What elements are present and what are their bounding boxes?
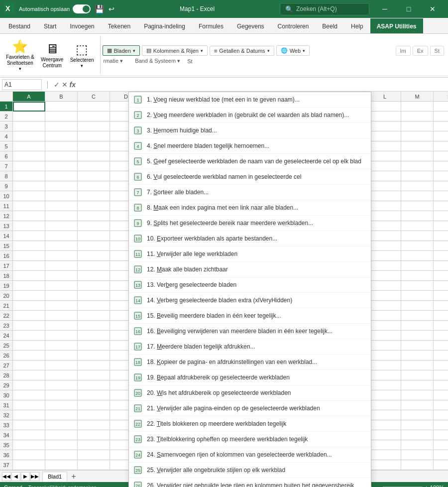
cell-31-12[interactable] bbox=[401, 400, 434, 410]
cell-28-1[interactable] bbox=[45, 370, 78, 380]
cell-31-13[interactable] bbox=[434, 400, 448, 410]
row-header-13[interactable]: 13 bbox=[0, 221, 12, 231]
cell-20-2[interactable] bbox=[78, 291, 110, 301]
cell-29-12[interactable] bbox=[401, 380, 434, 390]
cell-12-11[interactable] bbox=[369, 211, 401, 221]
cell-4-11[interactable] bbox=[369, 131, 401, 141]
cell-30-13[interactable] bbox=[434, 390, 448, 400]
cell-28-0[interactable] bbox=[13, 370, 45, 380]
cell-20-0[interactable] bbox=[13, 291, 45, 301]
row-header-11[interactable]: 11 bbox=[0, 201, 12, 211]
row-header-29[interactable]: 29 bbox=[0, 380, 12, 390]
row-header-1[interactable]: 1 bbox=[0, 102, 12, 112]
cell-8-13[interactable] bbox=[434, 171, 448, 181]
row-header-27[interactable]: 27 bbox=[0, 361, 12, 370]
cell-35-12[interactable] bbox=[401, 440, 434, 450]
cell-29-11[interactable] bbox=[369, 380, 401, 390]
row-header-4[interactable]: 4 bbox=[0, 131, 12, 141]
cell-11-2[interactable] bbox=[78, 201, 110, 211]
row-header-16[interactable]: 16 bbox=[0, 251, 12, 261]
row-header-37[interactable]: 37 bbox=[0, 460, 12, 470]
col-header-a[interactable]: A bbox=[13, 92, 45, 101]
cell-5-11[interactable] bbox=[369, 141, 401, 151]
menu-item-11[interactable]: 11 11. Verwijder alle lege werkbladen bbox=[129, 246, 371, 262]
cell-29-0[interactable] bbox=[13, 380, 45, 390]
cell-25-12[interactable] bbox=[401, 341, 434, 351]
cell-34-0[interactable] bbox=[13, 430, 45, 440]
tab-pagina-indeling[interactable]: Pagina-indeling bbox=[137, 18, 192, 33]
cell-9-1[interactable] bbox=[45, 181, 78, 191]
menu-item-18[interactable]: 18 18. Kopieer de pagina- en afdrukinste… bbox=[129, 355, 371, 370]
cell-16-0[interactable] bbox=[13, 251, 45, 261]
row-header-21[interactable]: 21 bbox=[0, 301, 12, 311]
cell-5-2[interactable] bbox=[78, 141, 110, 151]
cell-20-1[interactable] bbox=[45, 291, 78, 301]
cell-10-0[interactable] bbox=[13, 191, 45, 201]
row-header-28[interactable]: 28 bbox=[0, 370, 12, 380]
menu-item-24[interactable]: 24 24. Samenvoegen rijen of kolommen van… bbox=[129, 447, 371, 463]
menu-item-22[interactable]: 22 22. Titels blokkeren op meerdere werk… bbox=[129, 416, 371, 432]
cell-32-0[interactable] bbox=[13, 410, 45, 420]
tab-formules[interactable]: Formules bbox=[192, 18, 230, 33]
row-header-32[interactable]: 32 bbox=[0, 410, 12, 420]
col-header-n[interactable]: N bbox=[434, 92, 448, 101]
cell-27-12[interactable] bbox=[401, 361, 434, 370]
cell-12-13[interactable] bbox=[434, 211, 448, 221]
cell-17-1[interactable] bbox=[45, 261, 78, 271]
sheet-tab-blad1[interactable]: Blad1 bbox=[42, 472, 67, 482]
cell-33-12[interactable] bbox=[401, 420, 434, 430]
cell-30-12[interactable] bbox=[401, 390, 434, 400]
cell-31-11[interactable] bbox=[369, 400, 401, 410]
cell-1-13[interactable] bbox=[434, 102, 448, 112]
tab-help[interactable]: Help bbox=[344, 18, 370, 33]
cell-3-12[interactable] bbox=[401, 122, 434, 131]
tab-bestand[interactable]: Bestand bbox=[2, 18, 37, 33]
cell-6-13[interactable] bbox=[434, 151, 448, 161]
cell-33-1[interactable] bbox=[45, 420, 78, 430]
cell-18-1[interactable] bbox=[45, 271, 78, 281]
menu-item-6[interactable]: 6 6. Vul geselecteerde werkblad namen in… bbox=[129, 169, 371, 185]
row-header-24[interactable]: 24 bbox=[0, 331, 12, 341]
cell-11-1[interactable] bbox=[45, 201, 78, 211]
cell-34-11[interactable] bbox=[369, 430, 401, 440]
cell-19-1[interactable] bbox=[45, 281, 78, 291]
cell-6-2[interactable] bbox=[78, 151, 110, 161]
cell-4-13[interactable] bbox=[434, 131, 448, 141]
cell-18-0[interactable] bbox=[13, 271, 45, 281]
cell-24-0[interactable] bbox=[13, 331, 45, 341]
maximize-button[interactable]: □ bbox=[397, 0, 420, 18]
cell-14-0[interactable] bbox=[13, 231, 45, 241]
cell-8-11[interactable] bbox=[369, 171, 401, 181]
menu-item-10[interactable]: 10 10. Exporteer werkbladen als aparte b… bbox=[129, 231, 371, 246]
cell-31-0[interactable] bbox=[13, 400, 45, 410]
cell-28-12[interactable] bbox=[401, 370, 434, 380]
row-header-26[interactable]: 26 bbox=[0, 351, 12, 361]
cell-19-13[interactable] bbox=[434, 281, 448, 291]
minimize-button[interactable]: ─ bbox=[373, 0, 396, 18]
cell-17-13[interactable] bbox=[434, 261, 448, 271]
cell-37-0[interactable] bbox=[13, 460, 45, 470]
cell-2-11[interactable] bbox=[369, 112, 401, 122]
cell-7-1[interactable] bbox=[45, 161, 78, 171]
cell-8-12[interactable] bbox=[401, 171, 434, 181]
cell-22-12[interactable] bbox=[401, 311, 434, 321]
cell-28-11[interactable] bbox=[369, 370, 401, 380]
tab-asap-utilities[interactable]: ASAP Utilities bbox=[370, 18, 423, 33]
cell-35-11[interactable] bbox=[369, 440, 401, 450]
cell-36-12[interactable] bbox=[401, 450, 434, 460]
row-header-6[interactable]: 6 bbox=[0, 151, 12, 161]
row-header-12[interactable]: 12 bbox=[0, 211, 12, 221]
cell-14-12[interactable] bbox=[401, 231, 434, 241]
cell-4-2[interactable] bbox=[78, 131, 110, 141]
cell-11-13[interactable] bbox=[434, 201, 448, 211]
cell-3-0[interactable] bbox=[13, 122, 45, 131]
cell-7-0[interactable] bbox=[13, 161, 45, 171]
cell-1-0[interactable] bbox=[13, 102, 45, 112]
favorites-button[interactable]: ⭐ Favorieten &Sneltoetsen ▾ bbox=[4, 37, 36, 73]
row-header-19[interactable]: 19 bbox=[0, 281, 12, 291]
cell-30-2[interactable] bbox=[78, 390, 110, 400]
cell-20-12[interactable] bbox=[401, 291, 434, 301]
cell-14-13[interactable] bbox=[434, 231, 448, 241]
menu-item-5[interactable]: 5 5. Geef geselecteerde werkbladen de na… bbox=[129, 154, 371, 169]
cell-36-0[interactable] bbox=[13, 450, 45, 460]
